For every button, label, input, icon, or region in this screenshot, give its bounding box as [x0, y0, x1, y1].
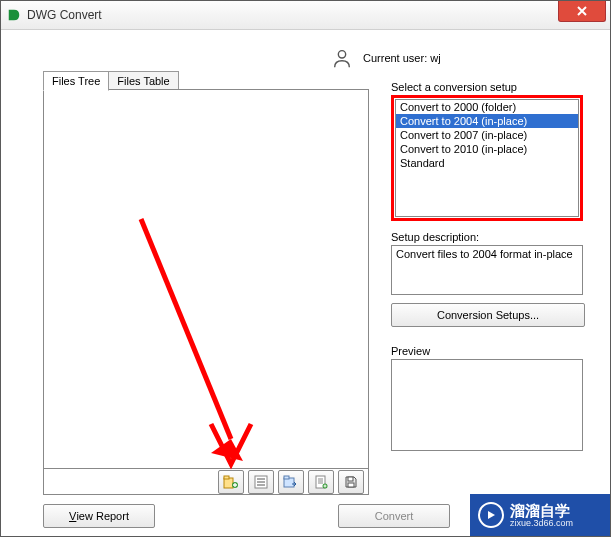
svg-rect-10: [348, 483, 354, 487]
tab-files-tree[interactable]: Files Tree: [43, 71, 109, 91]
svg-rect-9: [348, 477, 353, 481]
convert-button[interactable]: Convert: [338, 504, 450, 528]
svg-marker-14: [488, 511, 495, 519]
watermark-logo: 溜溜自学 zixue.3d66.com: [470, 494, 610, 536]
svg-rect-2: [224, 476, 229, 479]
preview-box: [391, 359, 583, 451]
watermark-url: zixue.3d66.com: [510, 518, 573, 528]
add-file-button[interactable]: [218, 470, 244, 494]
setup-description-box: Convert files to 2004 format in-place: [391, 245, 583, 295]
setup-section-label: Select a conversion setup: [391, 81, 583, 93]
svg-point-0: [338, 51, 345, 58]
files-toolbar: Included 0 file(s), 0KB: [43, 469, 369, 495]
current-user-row: Current user: wj: [331, 47, 441, 69]
save-button[interactable]: [338, 470, 364, 494]
close-button[interactable]: [558, 1, 606, 22]
setup-description-text: Convert files to 2004 format in-place: [396, 248, 573, 260]
setup-item[interactable]: Convert to 2004 (in-place): [396, 114, 578, 128]
setup-item[interactable]: Standard: [396, 156, 578, 170]
play-icon: [478, 502, 504, 528]
preview-section-label: Preview: [391, 345, 583, 357]
desc-section-label: Setup description:: [391, 231, 583, 243]
window-title: DWG Convert: [27, 8, 102, 22]
setup-item[interactable]: Convert to 2007 (in-place): [396, 128, 578, 142]
tab-files-table[interactable]: Files Table: [108, 71, 178, 91]
right-column: Select a conversion setup Convert to 200…: [391, 71, 583, 451]
svg-rect-6: [284, 476, 289, 479]
conversion-setup-list[interactable]: Convert to 2000 (folder) Convert to 2004…: [395, 99, 579, 217]
setup-item[interactable]: Convert to 2000 (folder): [396, 100, 578, 114]
current-user-label: Current user: wj: [363, 52, 441, 64]
files-tree-pane[interactable]: [43, 89, 369, 469]
dialog-body: Current user: wj Files Tree Files Table …: [1, 29, 610, 536]
user-icon: [331, 47, 353, 69]
list-button[interactable]: [248, 470, 274, 494]
app-icon: [7, 8, 21, 22]
conversion-setups-button[interactable]: Conversion Setups...: [391, 303, 585, 327]
view-report-button[interactable]: View Report: [43, 504, 155, 528]
files-tabs: Files Tree Files Table: [43, 71, 179, 91]
folder-export-button[interactable]: [278, 470, 304, 494]
sheet-add-button[interactable]: [308, 470, 334, 494]
watermark-title: 溜溜自学: [510, 503, 573, 518]
setup-list-highlight: Convert to 2000 (folder) Convert to 2004…: [391, 95, 583, 221]
dwg-convert-window: DWG Convert Current user: wj Files Tree …: [0, 0, 611, 537]
setup-item[interactable]: Convert to 2010 (in-place): [396, 142, 578, 156]
titlebar: DWG Convert: [1, 1, 610, 30]
